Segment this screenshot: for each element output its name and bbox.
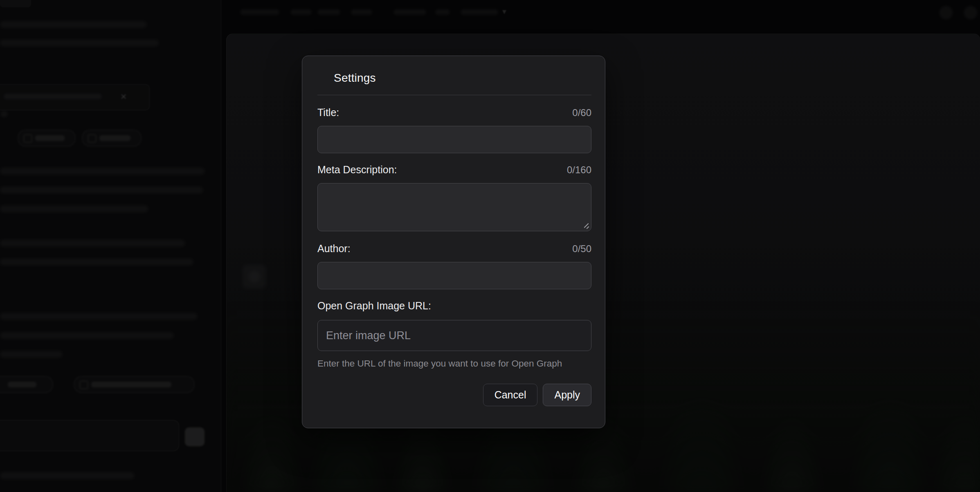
divider bbox=[317, 95, 591, 95]
settings-dialog: Settings Title: 0/60 Meta Description: 0… bbox=[302, 56, 605, 428]
title-label: Title: bbox=[317, 107, 339, 119]
meta-description-field-row: Meta Description: 0/160 bbox=[317, 164, 591, 176]
title-field-row: Title: 0/60 bbox=[317, 107, 591, 119]
author-counter: 0/50 bbox=[572, 243, 591, 255]
meta-description-counter: 0/160 bbox=[567, 164, 591, 176]
cancel-button[interactable]: Cancel bbox=[483, 384, 538, 406]
apply-button[interactable]: Apply bbox=[543, 384, 591, 406]
author-field-row: Author: 0/50 bbox=[317, 243, 591, 255]
og-image-url-input[interactable] bbox=[317, 320, 591, 351]
og-image-label: Open Graph Image URL: bbox=[317, 300, 431, 312]
title-counter: 0/60 bbox=[572, 107, 591, 119]
title-input[interactable] bbox=[317, 126, 591, 153]
meta-description-textarea[interactable] bbox=[317, 183, 591, 231]
meta-description-wrap bbox=[317, 183, 591, 231]
author-label: Author: bbox=[317, 243, 351, 255]
og-image-field-row: Open Graph Image URL: bbox=[317, 300, 591, 312]
app-window: × bbox=[0, 0, 980, 492]
author-input[interactable] bbox=[317, 262, 591, 289]
og-image-helper-text: Enter the URL of the image you want to u… bbox=[317, 358, 591, 369]
dialog-title: Settings bbox=[334, 72, 591, 85]
dialog-actions: Cancel Apply bbox=[317, 384, 591, 406]
meta-description-label: Meta Description: bbox=[317, 164, 397, 176]
